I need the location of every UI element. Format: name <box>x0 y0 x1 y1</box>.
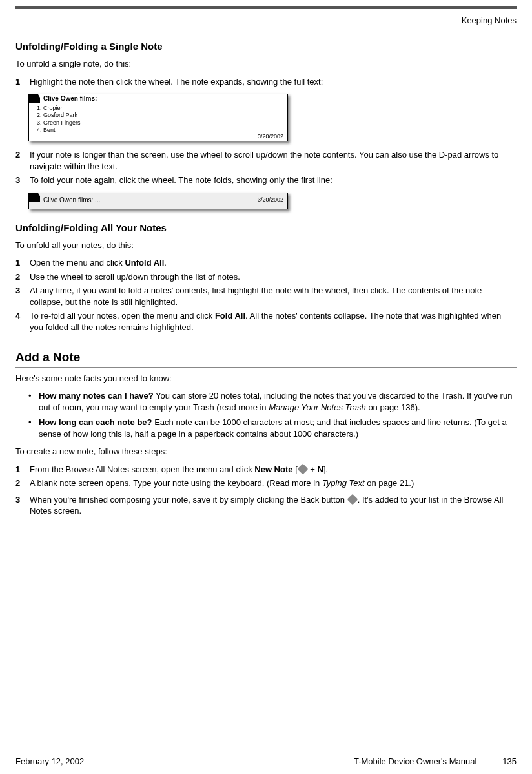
bullet-item: • How many notes can I have? You can sto… <box>28 390 517 413</box>
note-collapsed-screenshot: Clive Owen films: ... 3/20/2002 <box>28 193 288 209</box>
note-tab-icon <box>28 193 40 202</box>
step-text: If your note is longer than the screen, … <box>30 149 517 172</box>
text: + <box>308 465 318 474</box>
step-number: 3 <box>15 285 30 308</box>
note-tab-icon <box>28 94 40 103</box>
menu-item-bold: New Note <box>254 465 292 474</box>
note-expanded-screenshot: Clive Owen films: 1. Cropier 2. Gosford … <box>28 94 288 141</box>
step-number: 2 <box>15 271 30 283</box>
step-text: To re-fold all your notes, open the menu… <box>30 310 517 333</box>
text: on page 21.) <box>365 478 414 488</box>
bullets-add-note: • How many notes can I have? You can sto… <box>28 390 517 439</box>
text: Open the menu and click <box>30 258 125 267</box>
note-title: Clive Owen films: <box>43 95 97 102</box>
text: From the Browse All Notes screen, open t… <box>30 465 254 474</box>
intro-create-note: To create a new note, follow these steps… <box>15 446 517 457</box>
step-number: 3 <box>15 494 30 517</box>
note-date: 3/20/2002 <box>258 196 283 203</box>
step: 3 When you're finished composing your no… <box>15 494 517 517</box>
running-header: Keeping Notes <box>15 16 517 25</box>
text: A blank note screen opens. Type your not… <box>30 478 322 488</box>
page-footer: February 12, 2002 T-Mobile Device Owner'… <box>15 757 517 766</box>
step: 2 If your note is longer than the screen… <box>15 149 517 172</box>
step-text: When you're finished composing your note… <box>30 494 517 517</box>
intro-unfold-all: To unfold all your notes, do this: <box>15 240 517 251</box>
step-number: 1 <box>15 76 30 88</box>
step-number: 2 <box>15 149 30 172</box>
text: When you're finished composing your note… <box>30 495 347 505</box>
step: 1 Highlight the note then click the whee… <box>15 76 517 88</box>
footer-manual-title: T-Mobile Device Owner's Manual <box>354 757 476 766</box>
step-number: 2 <box>15 477 30 489</box>
note-body: 1. Cropier 2. Gosford Park 3. Green Fing… <box>37 105 81 134</box>
step-text: At any time, if you want to fold a notes… <box>30 285 517 308</box>
question-bold: How long can each note be? <box>39 417 152 427</box>
heading-unfold-all: Unfolding/Folding All Your Notes <box>15 222 517 233</box>
steps-unfold-single: 1 Highlight the note then click the whee… <box>15 76 517 88</box>
note-title: Clive Owen films: ... <box>43 196 100 204</box>
menu-item-bold: Fold All <box>215 311 245 320</box>
step-text: Open the menu and click Unfold All. <box>30 257 517 269</box>
bullet-item: • How long can each note be? Each note c… <box>28 417 517 439</box>
step: 4 To re-fold all your notes, open the me… <box>15 310 517 333</box>
steps-create-note: 1 From the Browse All Notes screen, open… <box>15 464 517 517</box>
intro-add-note: Here's some note facts you need to know: <box>15 373 517 384</box>
steps-unfold-all: 1 Open the menu and click Unfold All. 2 … <box>15 257 517 333</box>
step: 3 At any time, if you want to fold a not… <box>15 285 517 308</box>
step-text: To fold your note again, click the wheel… <box>30 174 517 186</box>
step-text: A blank note screen opens. Type your not… <box>30 477 517 489</box>
menu-key-icon <box>297 463 308 474</box>
back-button-icon <box>347 494 358 505</box>
menu-item-bold: Unfold All <box>125 258 164 267</box>
text: To re-fold all your notes, open the menu… <box>30 311 215 320</box>
bullet-text: How long can each note be? Each note can… <box>39 417 517 439</box>
step-number: 1 <box>15 464 30 476</box>
step-number: 3 <box>15 174 30 186</box>
question-bold: How many notes can I have? <box>39 391 154 401</box>
step-text: Highlight the note then click the wheel.… <box>30 76 517 88</box>
step-number: 4 <box>15 310 30 333</box>
top-rule <box>15 6 517 12</box>
heading-unfold-single: Unfolding/Folding a Single Note <box>15 41 517 52</box>
note-date: 3/20/2002 <box>258 133 283 140</box>
step: 1 Open the menu and click Unfold All. <box>15 257 517 269</box>
bullet-dot: • <box>28 417 39 439</box>
footer-page-number: 135 <box>502 757 517 766</box>
step: 1 From the Browse All Notes screen, open… <box>15 464 517 476</box>
bullet-text: How many notes can I have? You can store… <box>39 390 517 413</box>
step-text: From the Browse All Notes screen, open t… <box>30 464 517 476</box>
footer-date: February 12, 2002 <box>15 757 84 766</box>
text: [ <box>293 465 298 474</box>
step: 2 Use the wheel to scroll up/down throug… <box>15 271 517 283</box>
step: 2 A blank note screen opens. Type your n… <box>15 477 517 489</box>
steps-unfold-single-cont: 2 If your note is longer than the screen… <box>15 149 517 186</box>
text: ]. <box>323 465 328 474</box>
step: 3 To fold your note again, click the whe… <box>15 174 517 186</box>
bullet-dot: • <box>28 390 39 413</box>
crossref-italic: Manage Your Notes Trash <box>269 403 366 412</box>
crossref-italic: Typing Text <box>322 478 365 488</box>
heading-add-note: Add a Note <box>15 350 517 368</box>
intro-unfold-single: To unfold a single note, do this: <box>15 58 517 70</box>
text: . <box>164 258 167 267</box>
text: on page 136). <box>366 403 420 412</box>
key-bold: N <box>318 465 323 474</box>
step-number: 1 <box>15 257 30 269</box>
step-text: Use the wheel to scroll up/down through … <box>30 271 517 283</box>
